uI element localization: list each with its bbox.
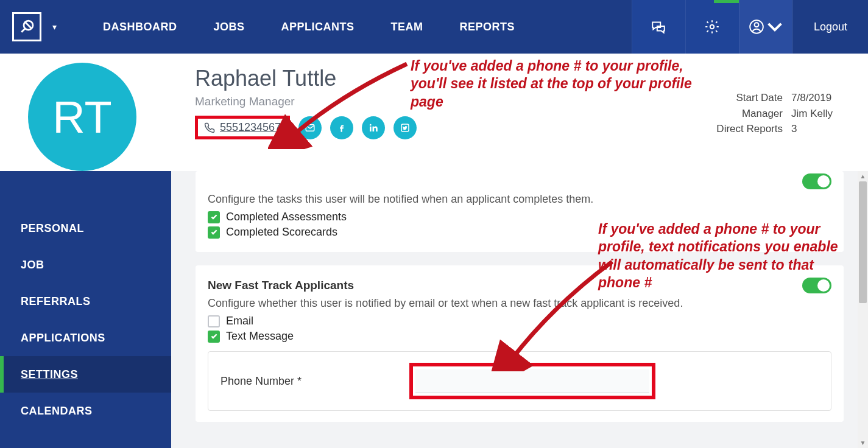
sidebar-item-settings[interactable]: SETTINGS <box>0 356 171 393</box>
sidebar-item-referrals[interactable]: REFERRALS <box>0 283 171 320</box>
scrollbar[interactable]: ▲ ▼ <box>858 171 868 448</box>
profile-icon-button[interactable] <box>739 0 792 54</box>
sidebar-item-personal[interactable]: PERSONAL <box>0 210 171 247</box>
scrollbar-down-arrow[interactable]: ▼ <box>858 438 868 448</box>
nav-reports[interactable]: REPORTS <box>460 21 515 33</box>
logo-area[interactable]: ▾ <box>0 12 69 41</box>
sidebar: PERSONAL JOB REFERRALS APPLICATIONS SETT… <box>0 171 171 448</box>
svg-point-3 <box>755 23 759 27</box>
nav-applicants[interactable]: APPLICANTS <box>281 21 355 33</box>
direct-reports-value: 3 <box>791 121 846 137</box>
text-message-label: Text Message <box>226 330 294 343</box>
nav-links: DASHBOARD JOBS APPLICANTS TEAM REPORTS <box>103 21 515 33</box>
nav-team[interactable]: TEAM <box>391 21 423 33</box>
checkbox-text-message[interactable] <box>208 331 220 343</box>
fast-track-title: New Fast Track Applicants <box>208 279 354 292</box>
profile-metadata: Start Date7/8/2019 ManagerJim Kelly Dire… <box>704 90 846 139</box>
nav-jobs[interactable]: JOBS <box>214 21 245 33</box>
sidebar-item-calendars[interactable]: CALENDARS <box>0 393 171 429</box>
direct-reports-label: Direct Reports <box>704 121 783 137</box>
sidebar-item-job[interactable]: JOB <box>0 247 171 283</box>
annotation-bottom: If you've added a phone # to your profil… <box>598 220 848 292</box>
svg-point-1 <box>710 25 715 29</box>
top-navigation: ▾ DASHBOARD JOBS APPLICANTS TEAM REPORTS… <box>0 0 868 54</box>
checkbox-completed-assessments[interactable] <box>208 211 220 223</box>
checkbox-email[interactable] <box>208 315 220 327</box>
start-date-value: 7/8/2019 <box>791 90 846 106</box>
scrollbar-up-arrow[interactable]: ▲ <box>858 171 868 181</box>
sidebar-item-applications[interactable]: APPLICATIONS <box>0 320 171 356</box>
chevron-down-icon[interactable]: ▾ <box>52 22 57 32</box>
settings-icon-button[interactable] <box>685 0 739 54</box>
completed-assessments-label: Completed Assessments <box>226 211 347 223</box>
logo-icon <box>12 12 41 41</box>
annotation-top: If you've added a phone # to your profil… <box>411 57 721 111</box>
logout-button[interactable]: Logout <box>792 0 868 54</box>
nav-right: Logout <box>632 0 868 54</box>
chat-icon-button[interactable] <box>632 0 685 54</box>
phone-number-label: Phone Number * <box>221 375 409 388</box>
scrollbar-thumb[interactable] <box>859 181 867 303</box>
annotation-arrow-top <box>268 58 414 149</box>
email-label: Email <box>226 315 253 327</box>
phone-icon <box>204 122 215 133</box>
phone-number-input[interactable] <box>415 369 649 393</box>
applicant-tasks-toggle[interactable] <box>802 173 831 189</box>
completed-scorecards-label: Completed Scorecards <box>226 226 337 239</box>
nav-dashboard[interactable]: DASHBOARD <box>103 21 177 33</box>
avatar: RT <box>28 63 136 171</box>
checkbox-completed-scorecards[interactable] <box>208 226 220 239</box>
applicant-tasks-desc: Configure the tasks this user will be no… <box>208 193 831 206</box>
manager-value: Jim Kelly <box>791 106 846 122</box>
